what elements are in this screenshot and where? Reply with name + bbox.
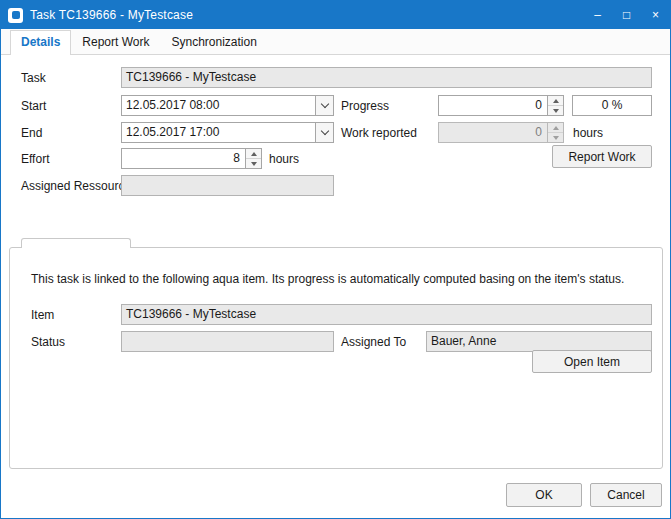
start-dropdown-button[interactable] [315,96,333,115]
status-field [121,331,334,352]
window-title: Task TC139666 - MyTestcase [30,8,193,22]
task-dialog: Task TC139666 - MyTestcase – □ × Details… [0,0,671,519]
tab-strip: Details Report Work Synchronization [1,29,670,55]
linked-item-description: This task is linked to the following aqu… [31,272,624,286]
arrow-up-icon [251,152,257,156]
start-date-value: 12.05.2017 08:00 [126,98,219,112]
app-icon [8,8,23,23]
work-reported-value: 0 [535,125,542,139]
effort-spinner[interactable]: 8 [121,148,262,169]
close-button[interactable]: × [641,1,670,29]
arrow-down-icon [553,109,559,113]
tab-details[interactable]: Details [10,30,71,55]
item-label: Item [31,308,54,322]
effort-spin-up[interactable] [246,149,261,159]
work-reported-unit: hours [573,126,603,140]
start-date-combo[interactable]: 12.05.2017 08:00 [121,95,334,116]
work-reported-spin-up [548,123,563,133]
progress-spinner[interactable]: 0 [438,95,564,116]
ok-button[interactable]: OK [506,483,582,507]
assigned-to-field: Bauer, Anne [426,331,652,352]
minimize-button[interactable]: – [583,1,612,29]
assigned-to-label: Assigned To [341,335,406,349]
arrow-up-icon [553,126,559,130]
item-field: TC139666 - MyTestcase [121,304,652,325]
effort-spin-down[interactable] [246,159,261,168]
work-reported-label: Work reported [341,126,417,140]
progress-value: 0 [535,98,542,112]
work-reported-spinner: 0 [438,122,564,143]
report-work-button[interactable]: Report Work [552,145,652,168]
end-date-value: 12.05.2017 17:00 [126,125,219,139]
end-date-combo[interactable]: 12.05.2017 17:00 [121,122,334,143]
tab-synchronization[interactable]: Synchronization [161,30,268,54]
progress-spin-up[interactable] [548,96,563,106]
work-reported-spin-down [548,133,563,142]
linked-item-group-tab [21,238,131,248]
tab-report-work[interactable]: Report Work [71,30,160,54]
effort-label: Effort [21,152,49,166]
end-dropdown-button[interactable] [315,123,333,142]
task-label: Task [21,71,46,85]
arrow-down-icon [553,136,559,140]
open-item-button[interactable]: Open Item [532,350,652,373]
cancel-button[interactable]: Cancel [590,483,662,507]
status-label: Status [31,335,65,349]
window-controls: – □ × [583,1,670,29]
effort-spin-buttons [245,149,261,168]
progress-spin-down[interactable] [548,106,563,115]
titlebar[interactable]: Task TC139666 - MyTestcase – □ × [1,1,670,29]
progress-percent-field: 0 % [572,95,652,116]
task-field: TC139666 - MyTestcase [121,67,652,88]
effort-unit: hours [269,152,299,166]
arrow-up-icon [553,99,559,103]
effort-value: 8 [233,151,240,165]
start-label: Start [21,99,46,113]
work-reported-spin-buttons [547,123,563,142]
chevron-down-icon [320,127,328,135]
assigned-resource-field [121,175,334,196]
app-icon-glyph [12,11,20,19]
end-label: End [21,126,42,140]
assigned-resource-label: Assigned Ressource [21,179,131,193]
progress-spin-buttons [547,96,563,115]
arrow-down-icon [251,162,257,166]
maximize-button[interactable]: □ [612,1,641,29]
progress-label: Progress [341,99,389,113]
chevron-down-icon [320,100,328,108]
